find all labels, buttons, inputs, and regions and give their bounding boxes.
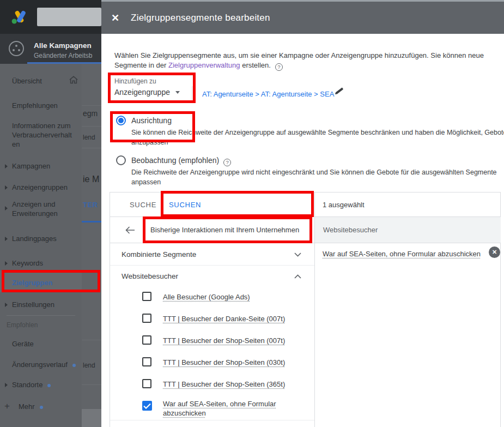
checkbox-unchecked[interactable] (142, 335, 151, 345)
notification-dot (40, 406, 43, 409)
sidebar-item-mehr[interactable]: Mehr (19, 402, 43, 411)
tab-suche[interactable]: SUCHE (130, 201, 156, 209)
notification-dot (47, 384, 51, 387)
radio-beobachtung-desc: Die Reichweite der Anzeigengruppe wird n… (131, 167, 504, 187)
zielgruppenverwaltung-link[interactable]: Zielgruppenverwaltung (168, 61, 240, 69)
dialog-header: ✕ Zielgruppensegmente bearbeiten (101, 2, 504, 34)
radio-ausrichtung-label[interactable]: Ausrichtung (131, 116, 172, 125)
column-divider (314, 193, 315, 427)
segment-picker: SUCHE SUCHEN 1 ausgewählt Bisherige Inte… (110, 192, 501, 427)
sidebar-item-aenderungsverlauf[interactable]: Änderungsverlauf (12, 360, 76, 369)
all-campaigns-icon (9, 41, 24, 56)
dialog-title: Zielgruppensegmente bearbeiten (131, 13, 270, 23)
radio-beobachtung-label[interactable]: Beobachtung (empfohlen)? (131, 156, 231, 166)
radio-ausrichtung-desc: Sie können die Reichweite der Anzeigengr… (131, 128, 504, 147)
back-arrow-icon[interactable] (125, 226, 135, 234)
list-item[interactable]: TTT | Besucher der Shop-Seiten (007t) (110, 330, 314, 352)
help-icon[interactable]: ? (275, 63, 283, 71)
chevron-right-icon (5, 383, 8, 387)
left-sidebar: Übersicht Empfehlungen Informationen zum… (0, 64, 82, 427)
radio-beobachtung[interactable] (116, 155, 126, 165)
background-text-fragment: TER (83, 201, 98, 209)
chevron-right-icon (5, 303, 8, 307)
selected-count: 1 ausgewählt (323, 201, 365, 209)
background-text-fragment: egm (83, 109, 98, 118)
selected-group-band: Websitebesucher (315, 217, 501, 243)
list-item[interactable]: War auf SEA-Seiten, ohne Formular abzusc… (110, 394, 314, 420)
chevron-right-icon (5, 164, 8, 169)
selected-group-label: Websitebesucher (323, 226, 378, 234)
notification-dot (72, 364, 76, 367)
sidebar-item-standorte[interactable]: Standorte (12, 381, 51, 389)
edit-pencil-icon[interactable] (335, 86, 344, 95)
background-strip-footer (82, 409, 101, 427)
selected-segment-label: War auf SEA-Seiten, ohne Formular abzusc… (323, 250, 481, 258)
intro-text: Wählen Sie Zielgruppensegmente aus, um s… (114, 51, 485, 71)
add-to-dropdown[interactable]: Anzeigengruppe (114, 88, 180, 97)
browse-header-row: Bisherige Interaktionen mit Ihrem Untern… (110, 217, 314, 243)
list-bottom-divider (110, 420, 314, 420)
checkbox-unchecked[interactable] (142, 379, 151, 388)
sidebar-item-verbraucherverhalten[interactable]: Informationen zum Verbraucherverhalten (12, 121, 74, 149)
list-item[interactable]: Alle Besucher (Google Ads) (110, 286, 314, 308)
sidebar-item-zielgruppen[interactable]: Zielgruppen (12, 279, 52, 287)
dimmed-background-strip: egm lend ie M TER lend (82, 64, 101, 427)
home-icon (69, 75, 78, 84)
checkbox-unchecked[interactable] (142, 292, 151, 301)
tab-row: SUCHE SUCHEN 1 ausgewählt (110, 193, 501, 217)
ad-group-breadcrumb[interactable]: AT: Agenturseite > AT: Agenturseite > SE… (202, 90, 334, 98)
remove-segment-icon[interactable]: ✕ (489, 246, 500, 258)
close-icon[interactable]: ✕ (111, 13, 119, 23)
checkbox-unchecked[interactable] (142, 357, 151, 366)
category-websitebesucher[interactable]: Websitebesucher (110, 266, 314, 287)
sidebar-divider (7, 315, 75, 316)
sidebar-item-keywords[interactable]: Keywords (12, 259, 43, 267)
background-text-fragment: ie M (83, 175, 99, 184)
chevron-right-icon (5, 261, 8, 266)
sidebar-item-landingpages[interactable]: Landingpages (12, 234, 57, 243)
chevron-right-icon (5, 237, 8, 241)
sidebar-section-empfohlen: Empfohlen (7, 321, 38, 329)
chevron-right-icon (5, 206, 8, 211)
background-tab-indicator (82, 221, 101, 222)
campaign-nav-header: Alle Kampagnen Geänderter Arbeitsb (0, 34, 101, 64)
sidebar-item-kampagnen[interactable]: Kampagnen (12, 162, 50, 170)
dropdown-separator (192, 86, 192, 102)
sidebar-item-geraete[interactable]: Geräte (12, 340, 34, 348)
campaign-scope-title[interactable]: Alle Kampagnen (34, 41, 92, 50)
google-ads-edit-audience-screen: Alle Kampagnen Geänderter Arbeitsb Übers… (0, 0, 504, 427)
dialog-body: Wählen Sie Zielgruppensegmente aus, um s… (101, 34, 504, 427)
sidebar-item-einstellungen[interactable]: Einstellungen (12, 300, 54, 309)
sidebar-item-empfehlungen[interactable]: Empfehlungen (12, 101, 58, 110)
chevron-up-icon[interactable] (294, 274, 301, 279)
add-to-label: Hinzufügen zu (114, 77, 156, 85)
plus-icon: + (4, 401, 10, 412)
chevron-right-icon (5, 185, 8, 190)
list-item[interactable]: TTT | Besucher der Shop-Seiten (365t) (110, 374, 314, 395)
campaign-scope-subtitle: Geänderter Arbeitsb (34, 52, 101, 59)
category-kombinierte-segmente[interactable]: Kombinierte Segmente (110, 244, 314, 266)
list-item[interactable]: TTT | Besucher der Shop-Seiten (030t) (110, 352, 314, 374)
chevron-down-icon (175, 91, 180, 94)
tab-suchen[interactable]: SUCHEN (169, 201, 201, 209)
app-top-bar (0, 0, 101, 34)
checkbox-checked[interactable] (142, 401, 152, 411)
browse-header-label: Bisherige Interaktionen mit Ihrem Untern… (150, 226, 299, 234)
sidebar-item-anzeigengruppen[interactable]: Anzeigengruppen (12, 183, 68, 191)
help-icon[interactable]: ? (223, 159, 231, 166)
google-ads-logo-icon (11, 10, 27, 25)
sidebar-item-uebersicht[interactable]: Übersicht (12, 77, 42, 85)
list-item[interactable]: TTT | Besucher der Danke-Seite (007t) (110, 308, 314, 330)
background-text-fragment: lend (83, 362, 95, 369)
sidebar-item-anzeigen-erweiterungen[interactable]: Anzeigen und Erweiterungen (12, 200, 74, 218)
redacted-account-name (37, 8, 101, 26)
background-text-fragment: lend (83, 134, 95, 141)
radio-ausrichtung[interactable] (116, 116, 126, 125)
chevron-down-icon[interactable] (294, 252, 301, 257)
checkbox-unchecked[interactable] (142, 314, 151, 323)
